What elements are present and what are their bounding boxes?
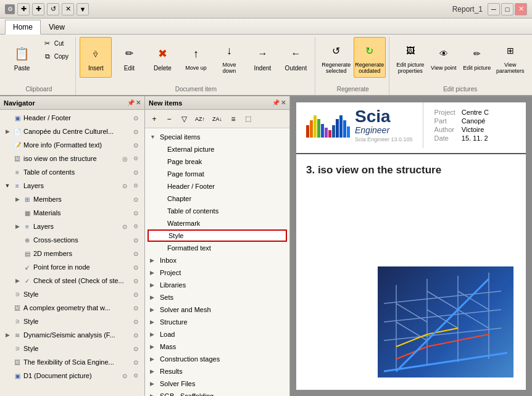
save-btn[interactable]: ↺: [47, 3, 59, 15]
new-items-close-btn[interactable]: ✕: [281, 99, 286, 106]
navigator-close-btn[interactable]: ✕: [136, 99, 141, 106]
cut-button[interactable]: ✂ Cut: [39, 37, 72, 49]
list-item[interactable]: ▶ Inbox: [148, 254, 287, 266]
paste-button[interactable]: 📋 Paste: [6, 37, 38, 78]
list-item[interactable]: ▶ Load: [148, 328, 287, 340]
insert-button[interactable]: ⎀ Insert: [80, 37, 112, 78]
list-item[interactable]: ▶ Structure: [148, 316, 287, 328]
navigator-pin-btn[interactable]: 📌: [127, 99, 135, 106]
ni-sort-az-btn[interactable]: AZ↑: [192, 112, 208, 126]
list-item[interactable]: ↙ Point force in node ⊙: [1, 260, 143, 274]
list-item[interactable]: Page break: [148, 155, 287, 168]
list-item[interactable]: ▶ Solver and Mesh: [148, 303, 287, 316]
eye-icon[interactable]: ⊙: [131, 357, 141, 367]
eye-icon[interactable]: ⊙: [131, 126, 141, 136]
list-item[interactable]: ▶ Sets: [148, 291, 287, 303]
list-item[interactable]: ≡ Table of contents ⊙: [1, 165, 143, 179]
list-item[interactable]: ▦ Materials ⊙: [1, 206, 143, 220]
edit-picture-button[interactable]: ✏ Edit picture: [461, 37, 493, 78]
list-item[interactable]: ▶ ⊞ Members ⊙: [1, 192, 143, 206]
eye-icon[interactable]: ⊙: [131, 303, 141, 313]
list-item[interactable]: ▶ Solver Files: [148, 377, 287, 390]
list-item[interactable]: ▶ ≋ Dynamic/Seismic analysis (F... ⊙: [1, 328, 143, 342]
tab-view[interactable]: View: [41, 20, 73, 34]
eye-icon[interactable]: ⊙: [131, 235, 141, 245]
eye-icon[interactable]: ⊙: [131, 167, 141, 177]
indent-button[interactable]: → Indent: [246, 37, 278, 78]
eye-icon[interactable]: ⊙: [131, 289, 141, 299]
list-item[interactable]: 🖼 A complex geometry that w... ⊙: [1, 301, 143, 315]
eye-icon[interactable]: ⊙: [131, 140, 141, 150]
list-item[interactable]: Page format: [148, 168, 287, 180]
ni-add-btn[interactable]: +: [148, 112, 161, 126]
list-item[interactable]: ▶ Results: [148, 365, 287, 377]
ni-sort-za-btn[interactable]: ZA↓: [209, 112, 225, 126]
edit-button[interactable]: ✏ Edit: [113, 37, 145, 78]
eye-icon[interactable]: ⊙: [131, 316, 141, 326]
list-item[interactable]: ▶ ≡ Layers ⊙ ⚙: [1, 220, 143, 233]
list-item[interactable]: 🖼 The flexibility of Scia Engine... ⊙: [1, 355, 143, 369]
eye-icon[interactable]: ⊙: [131, 208, 141, 218]
list-item[interactable]: ▼ Special items: [148, 131, 287, 143]
eye-icon[interactable]: ⊙: [131, 344, 141, 353]
list-item[interactable]: 🖼 iso view on the structure ◎ ⚙: [1, 152, 143, 165]
eye-icon[interactable]: ⊙: [120, 181, 130, 191]
eye-icon[interactable]: ⊙: [120, 221, 130, 231]
eye-icon[interactable]: ⊙: [131, 249, 141, 258]
redo-btn[interactable]: ▼: [77, 3, 89, 15]
extra-icon[interactable]: ⚙: [131, 371, 141, 381]
list-item[interactable]: Header / Footer: [148, 180, 287, 192]
list-item[interactable]: ▣ D1 (Document picture) ⊙ ⚙: [1, 369, 143, 382]
restore-btn[interactable]: □: [501, 3, 513, 15]
open-btn[interactable]: ✚: [32, 3, 44, 15]
list-item[interactable]: ▶ SGB - Scaffolding: [148, 390, 287, 396]
close-btn[interactable]: ✕: [515, 3, 527, 15]
list-item[interactable]: ▤ 2D members ⊙: [1, 247, 143, 260]
tab-home[interactable]: Home: [5, 20, 41, 35]
ni-grid-btn[interactable]: ≡: [227, 112, 240, 126]
list-item[interactable]: External picture: [148, 143, 287, 155]
regen-selected-button[interactable]: ↺ Regenerate selected: [320, 37, 352, 78]
ni-remove-btn[interactable]: −: [162, 112, 176, 126]
list-item[interactable]: ▶ Mass: [148, 340, 287, 353]
view-point-button[interactable]: 👁 View point: [428, 37, 460, 78]
list-item[interactable]: ▶ Libraries: [148, 279, 287, 291]
list-item[interactable]: ▶ Project: [148, 266, 287, 279]
list-item[interactable]: ⚞ Style ⊙: [1, 287, 143, 301]
eye-icon[interactable]: ⊙: [120, 371, 130, 381]
move-down-button[interactable]: ↓ Move down: [213, 37, 245, 78]
list-item[interactable]: ▶ 📄 Canopée du Centre Culturel... ⊙: [1, 125, 143, 138]
eye-icon[interactable]: ◎: [120, 154, 130, 163]
list-item[interactable]: ▼ ≡ Layers ⊙ ⚙: [1, 179, 143, 192]
eye-icon[interactable]: ⊙: [131, 194, 141, 204]
move-up-button[interactable]: ↑ Move up: [180, 37, 212, 78]
extra-icon[interactable]: ⚙: [131, 181, 141, 191]
list-item[interactable]: ▣ Header / Footer ⊙: [1, 111, 143, 125]
list-item[interactable]: Table of contents: [148, 205, 287, 217]
minimize-btn[interactable]: ─: [488, 3, 500, 15]
delete-button[interactable]: ✖ Delete: [146, 37, 178, 78]
eye-icon[interactable]: ⊙: [131, 262, 141, 272]
list-item[interactable]: ▶ Construction stages: [148, 353, 287, 365]
list-item[interactable]: Chapter: [148, 192, 287, 205]
new-btn[interactable]: ✚: [17, 3, 30, 15]
extra-icon[interactable]: ⚙: [131, 154, 141, 163]
undo-btn[interactable]: ✕: [62, 3, 74, 15]
style-highlighted-item[interactable]: Style: [148, 229, 287, 242]
list-item[interactable]: Formatted text: [148, 242, 287, 254]
list-item[interactable]: ⚞ Style ⊙: [1, 342, 143, 355]
list-item[interactable]: ⚞ Style ⊙: [1, 315, 143, 328]
eye-icon[interactable]: ⊙: [131, 276, 141, 286]
ni-filter-btn[interactable]: ▽: [177, 112, 191, 126]
list-item[interactable]: ⊕ Cross-sections ⊙: [1, 233, 143, 247]
edit-pic-props-button[interactable]: 🖼 Edit picture properties: [394, 37, 426, 78]
list-item[interactable]: Watermark: [148, 217, 287, 229]
view-parameters-button[interactable]: ⊞ View parameters: [494, 37, 526, 78]
new-items-pin-btn[interactable]: 📌: [272, 99, 280, 106]
list-item[interactable]: ▶ ✓ Check of steel (Check of ste... ⊙: [1, 274, 143, 287]
regen-outdated-button[interactable]: ↻ Regenerate outdated: [354, 37, 386, 78]
eye-icon[interactable]: ⊙: [131, 113, 141, 123]
copy-button[interactable]: ⧉ Copy: [39, 50, 72, 62]
list-item[interactable]: 📝 More info (Formatted text) ⊙: [1, 138, 143, 152]
outdent-button[interactable]: ← Outdent: [280, 37, 312, 78]
